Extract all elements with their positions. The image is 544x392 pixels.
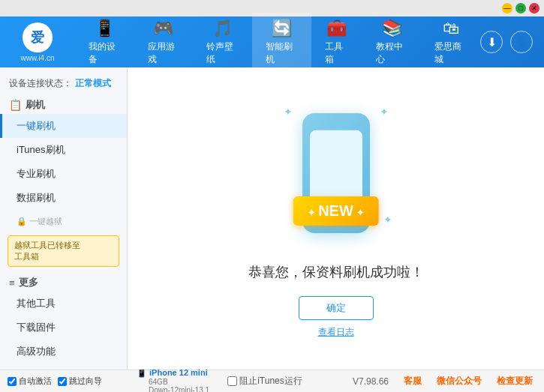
nav-tutorials[interactable]: 📚 教程中心: [362, 13, 422, 72]
footer-right: V7.98.66 客服 微信公众号 检查更新: [353, 375, 544, 388]
more-group-header: ≡ 更多: [0, 270, 127, 292]
sparkle-tl: ✦: [284, 106, 293, 118]
success-message: 恭喜您，保资料刷机成功啦！: [248, 263, 424, 281]
footer: 自动激活 跳过向导 📱 iPhone 12 mini 64GB Down-12m…: [0, 370, 544, 392]
logo-url: www.i4.cn: [20, 54, 54, 62]
close-button[interactable]: ✕: [529, 3, 539, 13]
apps-label: 应用游戏: [148, 40, 180, 66]
toolbox-icon: 🧰: [326, 19, 347, 38]
sidebar-item-one-key-flash[interactable]: 一键刷机: [0, 114, 127, 138]
maximize-button[interactable]: □: [515, 3, 526, 13]
sidebar-item-download-firmware[interactable]: 下载固件: [0, 316, 127, 340]
smart-flash-icon: 🔄: [272, 19, 292, 38]
flash-group-icon: 📋: [9, 99, 22, 111]
nav-shop[interactable]: 🛍 爱思商城: [421, 13, 480, 72]
sparkle-tr: ✦: [380, 106, 389, 118]
nav-my-device[interactable]: 📱 我的设备: [75, 13, 134, 72]
smart-flash-label: 智能刷机: [266, 40, 298, 66]
tutorials-label: 教程中心: [376, 40, 408, 66]
check-update-link[interactable]: 检查更新: [497, 375, 533, 388]
logo-area: 爱 www.i4.cn: [0, 22, 75, 62]
sidebar-item-itunes-flash[interactable]: iTunes刷机: [0, 138, 127, 162]
content-area: ✦ ✦ ✦ NEW 恭喜您，保资料刷机成功啦！ 确定 查看日志: [128, 67, 544, 370]
header: 爱 www.i4.cn 📱 我的设备 🎮 应用游戏 🎵 铃声壁纸 🔄 智能刷机 …: [0, 16, 544, 67]
stop-itunes-checkbox[interactable]: [227, 376, 237, 386]
nav-apps-games[interactable]: 🎮 应用游戏: [134, 13, 194, 72]
my-device-label: 我的设备: [89, 40, 121, 66]
device-info: 📱 iPhone 12 mini 64GB Down-12mini-13,1: [128, 368, 218, 392]
sidebar-item-pro-flash[interactable]: 专业刷机: [0, 162, 127, 186]
ringtones-icon: 🎵: [212, 19, 233, 38]
jailbreak-warning: 越狱工具已转移至工具箱: [8, 235, 119, 267]
sidebar: 设备连接状态： 正常模式 📋 刷机 一键刷机 iTunes刷机 专业刷机 数据刷…: [0, 67, 128, 370]
minimize-button[interactable]: —: [502, 3, 512, 13]
ringtones-label: 铃声壁纸: [206, 40, 239, 66]
tutorial-link[interactable]: 查看日志: [318, 326, 354, 339]
sparkle-br: ✦: [383, 214, 392, 226]
my-device-icon: 📱: [95, 19, 115, 38]
main-area: 设备连接状态： 正常模式 📋 刷机 一键刷机 iTunes刷机 专业刷机 数据刷…: [0, 67, 544, 370]
sidebar-item-data-flash[interactable]: 数据刷机: [0, 186, 127, 210]
nav-bar: 📱 我的设备 🎮 应用游戏 🎵 铃声壁纸 🔄 智能刷机 🧰 工具箱 📚 教程中心…: [75, 13, 480, 72]
wechat-official-link[interactable]: 微信公众号: [437, 375, 482, 388]
nav-smart-flash[interactable]: 🔄 智能刷机: [252, 13, 311, 72]
sidebar-item-jailbreak: 🔒 一键越狱: [0, 210, 127, 232]
confirm-button[interactable]: 确定: [299, 296, 374, 320]
logo-icon: 爱: [23, 22, 53, 52]
toolbox-label: 工具箱: [325, 40, 349, 66]
stop-itunes[interactable]: 阻止iTunes运行: [218, 375, 311, 388]
customer-service-link[interactable]: 客服: [404, 375, 422, 388]
footer-left: 自动激活 跳过向导: [0, 376, 128, 387]
flash-group-header: 📋 刷机: [0, 94, 127, 114]
shop-label: 爱思商城: [434, 40, 467, 66]
status-value: 正常模式: [75, 77, 111, 90]
connection-status: 设备连接状态： 正常模式: [0, 73, 127, 94]
apps-icon: 🎮: [153, 19, 173, 38]
shop-icon: 🛍: [443, 19, 459, 38]
version-label: V7.98.66: [353, 376, 389, 387]
sidebar-item-other-tools[interactable]: 其他工具: [0, 292, 127, 316]
phone-illustration: ✦ ✦ ✦ NEW: [276, 98, 396, 248]
auto-start-checkbox[interactable]: 自动激活: [8, 376, 52, 387]
skip-wizard-input[interactable]: [58, 377, 67, 386]
device-model: Down-12mini-13,1: [137, 386, 209, 392]
user-button[interactable]: 👤: [510, 31, 533, 53]
auto-start-input[interactable]: [8, 377, 17, 386]
new-badge: NEW: [293, 196, 379, 226]
header-actions: ⬇ 👤: [480, 31, 544, 53]
sidebar-item-advanced[interactable]: 高级功能: [0, 340, 127, 364]
nav-toolbox[interactable]: 🧰 工具箱: [311, 13, 362, 72]
nav-ringtones[interactable]: 🎵 铃声壁纸: [193, 13, 252, 72]
device-storage: 64GB: [137, 378, 209, 386]
tutorials-icon: 📚: [382, 19, 402, 38]
skip-wizard-checkbox[interactable]: 跳过向导: [58, 376, 102, 387]
download-button[interactable]: ⬇: [480, 31, 503, 53]
